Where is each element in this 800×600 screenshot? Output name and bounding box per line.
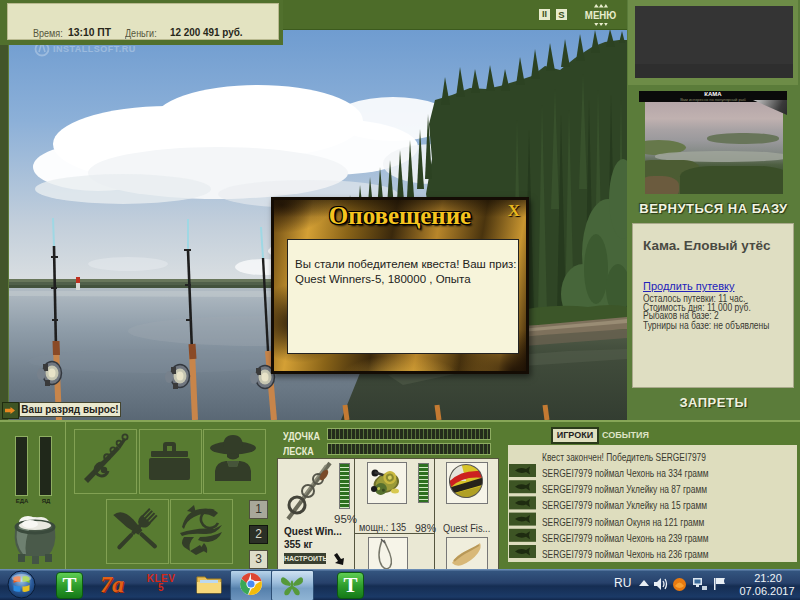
svg-text:INSTALLSOFT.RU: INSTALLSOFT.RU	[53, 44, 136, 54]
